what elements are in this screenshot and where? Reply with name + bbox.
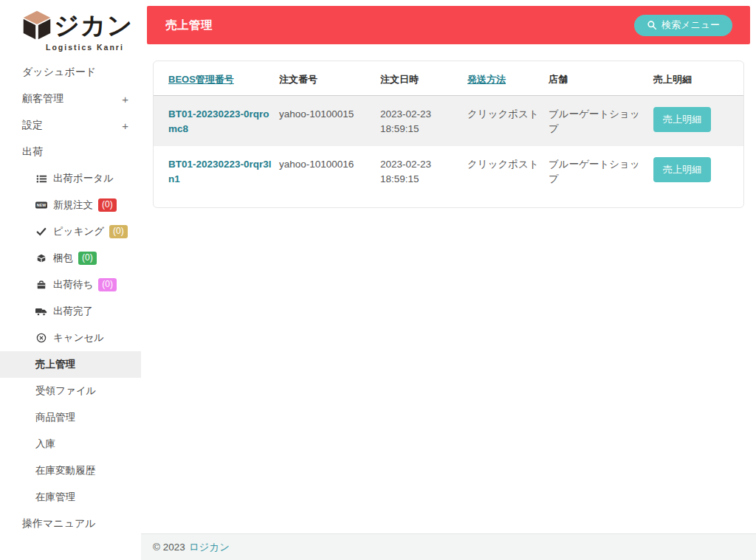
sidebar-item-picking[interactable]: ピッキング (0) [0, 218, 141, 245]
beos-id-link[interactable]: BT01-20230223-0rqr3ln1 [168, 157, 272, 186]
box-icon [35, 253, 47, 263]
sidebar-item-inbound[interactable]: 入庫 [0, 431, 141, 457]
store-cell: ブルーゲートショップ [549, 96, 653, 147]
sidebar-item-label: 受領ファイル [35, 384, 96, 398]
beos-id-link[interactable]: BT01-20230223-0rqromc8 [168, 107, 272, 136]
table-header-row: BEOS管理番号 注文番号 注文日時 発送方法 店舗 売上明細 [154, 61, 743, 96]
sidebar-item-label: キャンセル [53, 331, 104, 345]
sidebar-item-settings[interactable]: 設定 + [0, 112, 141, 139]
page-header: 売上管理 検索メニュー [147, 6, 750, 44]
column-header-beos-id[interactable]: BEOS管理番号 [168, 74, 234, 85]
app: ジカン Logistics Kanri ダッシュボード 顧客管理 + 設定 + … [0, 0, 756, 560]
sidebar-item-sales-management[interactable]: 売上管理 [0, 351, 141, 378]
column-header-shipping-method[interactable]: 発送方法 [467, 74, 506, 85]
sidebar: ジカン Logistics Kanri ダッシュボード 顧客管理 + 設定 + … [0, 0, 141, 560]
search-icon [647, 20, 657, 30]
sidebar-item-product-management[interactable]: 商品管理 [0, 404, 141, 431]
plus-icon[interactable]: + [122, 93, 128, 106]
search-menu-button[interactable]: 検索メニュー [634, 15, 732, 36]
store-cell: ブルーゲートショップ [549, 146, 653, 196]
sidebar-item-label: 在庫変動履歴 [35, 464, 95, 477]
search-button-label: 検索メニュー [662, 18, 720, 32]
page-title: 売上管理 [165, 18, 213, 33]
sidebar-item-label: 設定 [22, 119, 43, 132]
sidebar-item-stock-history[interactable]: 在庫変動履歴 [0, 457, 141, 484]
sidebar-item-customers[interactable]: 顧客管理 + [0, 86, 141, 112]
sidebar-item-awaiting-shipment[interactable]: 出荷待ち (0) [0, 272, 141, 298]
sidebar-item-label: ダッシュボード [22, 66, 96, 79]
sidebar-item-label: ピッキング [53, 225, 104, 238]
svg-text:NEW: NEW [37, 203, 47, 207]
sidebar-item-label: 出荷 [22, 145, 43, 159]
footer: © 2023 ロジカン [141, 533, 756, 560]
package-icon [35, 280, 47, 290]
order-number-cell: yahoo-10100015 [279, 96, 380, 147]
check-icon [35, 227, 47, 237]
column-header-sales-detail: 売上明細 [653, 74, 692, 85]
column-header-order-number: 注文番号 [279, 74, 317, 85]
sidebar-item-new-orders[interactable]: NEW 新規注文 (0) [0, 192, 141, 218]
order-datetime-cell: 2023-02-23 18:59:15 [380, 96, 467, 147]
sidebar-item-label: 売上管理 [35, 358, 75, 371]
sidebar-item-receipt-files[interactable]: 受領ファイル [0, 378, 141, 404]
sidebar-section-shipping[interactable]: 出荷 [0, 139, 141, 165]
sales-table-card: BEOS管理番号 注文番号 注文日時 発送方法 店舗 売上明細 BT01-202… [153, 61, 744, 208]
truck-icon [35, 307, 47, 317]
sales-table: BEOS管理番号 注文番号 注文日時 発送方法 店舗 売上明細 BT01-202… [154, 61, 743, 196]
sidebar-item-stock-management[interactable]: 在庫管理 [0, 484, 141, 511]
order-datetime-cell: 2023-02-23 18:59:15 [380, 146, 467, 196]
brand-subtitle: Logistics Kanri [46, 43, 141, 52]
sidebar-item-dashboard[interactable]: ダッシュボード [0, 59, 141, 86]
sidebar-item-label: 顧客管理 [22, 92, 63, 106]
logo-box-icon [21, 10, 52, 41]
shipping-method-cell: クリックポスト [467, 146, 549, 196]
brand-name: ジカン [54, 13, 133, 38]
table-row: BT01-20230223-0rqromc8 yahoo-10100015 20… [154, 96, 743, 147]
copyright-text: © 2023 [153, 542, 185, 553]
shipping-method-cell: クリックポスト [467, 96, 549, 147]
content: BEOS管理番号 注文番号 注文日時 発送方法 店舗 売上明細 BT01-202… [147, 44, 750, 533]
count-badge: (0) [109, 225, 128, 238]
list-icon [35, 173, 47, 184]
sidebar-item-label: 商品管理 [35, 411, 75, 424]
count-badge: (0) [78, 252, 97, 264]
sidebar-item-label: 入庫 [35, 438, 55, 451]
count-badge: (0) [98, 198, 117, 211]
sidebar-item-label: 出荷完了 [53, 305, 93, 318]
sidebar-item-label: 新規注文 [53, 198, 93, 212]
sidebar-item-shipped[interactable]: 出荷完了 [0, 298, 141, 325]
cancel-circle-icon [35, 333, 47, 343]
sidebar-item-label: 出荷ポータル [53, 172, 114, 185]
sales-detail-button[interactable]: 売上明細 [653, 107, 711, 132]
sidebar-item-manual[interactable]: 操作マニュアル [0, 511, 141, 537]
logo: ジカン Logistics Kanri [0, 10, 141, 59]
plus-icon[interactable]: + [122, 120, 128, 132]
sidebar-nav: ダッシュボード 顧客管理 + 設定 + 出荷 出荷ポー [0, 59, 141, 537]
sidebar-item-packing[interactable]: 梱包 (0) [0, 245, 141, 272]
sales-detail-button[interactable]: 売上明細 [653, 157, 711, 182]
footer-brand-link[interactable]: ロジカン [189, 541, 230, 554]
sidebar-item-label: 操作マニュアル [22, 517, 96, 530]
order-number-cell: yahoo-10100016 [279, 146, 380, 196]
table-row: BT01-20230223-0rqr3ln1 yahoo-10100016 20… [154, 146, 743, 196]
sidebar-item-cancel[interactable]: キャンセル [0, 325, 141, 351]
column-header-store: 店舗 [549, 74, 568, 85]
sidebar-item-label: 在庫管理 [35, 491, 75, 504]
sidebar-item-shipping-portal[interactable]: 出荷ポータル [0, 165, 141, 192]
count-badge: (0) [98, 278, 117, 291]
sidebar-item-label: 出荷待ち [53, 278, 93, 291]
new-tag-icon: NEW [35, 200, 47, 210]
column-header-order-datetime: 注文日時 [380, 74, 419, 85]
main-area: 売上管理 検索メニュー BEOS管理番号 注文番号 注文日時 [141, 0, 756, 560]
sidebar-item-label: 梱包 [53, 252, 73, 265]
